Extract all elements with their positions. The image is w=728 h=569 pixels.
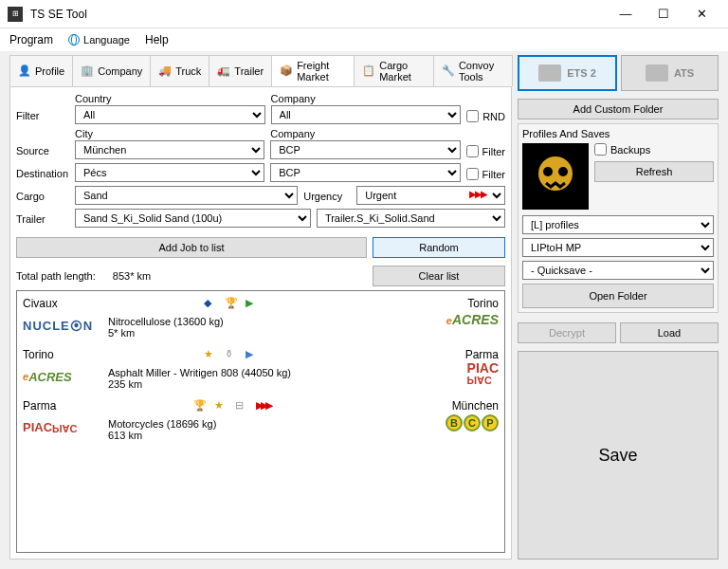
load-button[interactable]: Load	[620, 322, 719, 343]
freight-icon: 📦	[280, 64, 293, 78]
ets2-label: ETS 2	[567, 67, 596, 79]
total-path-label: Total path length:	[16, 270, 96, 282]
trailer-select[interactable]: Sand S_Ki_Solid Sand (100u)	[75, 209, 311, 228]
go-icon: ▶	[246, 297, 261, 312]
job-dest-logo: eACRES	[446, 312, 499, 327]
tab-truck[interactable]: 🚚Truck	[150, 55, 209, 86]
star-icon: ★	[214, 399, 229, 414]
backups-checkbox[interactable]: Backups	[594, 143, 714, 157]
destination-label: Destination	[16, 168, 69, 182]
profiles-header: Profiles And Saves	[522, 128, 714, 139]
menubar: Program Language Help	[0, 28, 728, 51]
ats-label: ATS	[674, 67, 694, 79]
trailer-icon: 🚛	[217, 64, 230, 78]
backups-checkbox-input[interactable]	[594, 143, 607, 156]
job-distance: 235 km	[108, 378, 413, 390]
source-filter-checkbox-input[interactable]	[466, 145, 479, 157]
job-row[interactable]: Torino eACRES ★ ⚱ ▶ Asphalt Miller - Wri…	[23, 348, 499, 390]
job-dest: München	[413, 399, 499, 413]
add-job-button[interactable]: Add Job to list	[16, 237, 367, 258]
urgency-arrows-icon: ▶▶▶	[469, 189, 486, 199]
truck-icon	[646, 64, 668, 82]
filter-country-select[interactable]: All	[75, 105, 265, 124]
freight-market-panel: Filter Country All Company All RND Sourc…	[9, 87, 512, 560]
job-dest: Torino	[413, 297, 499, 310]
ets2-button[interactable]: ETS 2	[518, 55, 617, 91]
total-path-value: 853* km	[113, 270, 151, 282]
cargo-icon: 📋	[362, 64, 375, 78]
filter-label: Filter	[16, 110, 69, 124]
tab-freight-market-label: Freight Market	[297, 60, 346, 83]
source-filter-label: Filter	[482, 146, 505, 157]
profile-folder-select[interactable]: [L] profiles	[522, 215, 714, 234]
trailer-label: Trailer	[16, 213, 69, 228]
company-label: Company	[271, 93, 462, 104]
dest-company-select[interactable]: BCP	[270, 163, 460, 182]
rnd-label: RND	[482, 111, 505, 122]
menu-program[interactable]: Program	[9, 33, 53, 46]
rnd-checkbox-input[interactable]	[466, 110, 479, 122]
profiles-panel: Profiles And Saves Backups Refresh [L] p…	[518, 123, 719, 313]
tab-company-label: Company	[98, 65, 142, 77]
job-distance: 613 km	[108, 430, 413, 441]
job-cargo: Nitrocellulose (13600 kg)	[108, 316, 413, 327]
trophy-icon: 🏆	[225, 297, 240, 312]
job-origin-logo: NUCLE⦿N	[23, 312, 108, 339]
tab-profile-label: Profile	[35, 65, 64, 77]
cargo-label: Cargo	[16, 191, 69, 205]
maximize-button[interactable]: ☐	[645, 1, 682, 28]
arrow-icon: ▶	[246, 348, 261, 363]
random-button[interactable]: Random	[373, 237, 505, 258]
menu-language[interactable]: Language	[68, 34, 130, 46]
source-company-select[interactable]: BCP	[270, 140, 460, 159]
svg-point-1	[543, 167, 553, 176]
minimize-button[interactable]: —	[607, 1, 645, 28]
svg-point-0	[538, 156, 573, 191]
save-name-select[interactable]: - Quicksave -	[522, 261, 714, 280]
close-button[interactable]: ✕	[682, 1, 720, 28]
source-city-select[interactable]: München	[75, 140, 264, 159]
job-row[interactable]: Civaux NUCLE⦿N ◆ 🏆 ▶ Nitrocellulose (136…	[23, 297, 499, 339]
job-dest: Parma	[413, 348, 499, 361]
refresh-button[interactable]: Refresh	[594, 161, 714, 182]
tab-convoy-tools-label: Convoy Tools	[459, 60, 504, 83]
menu-help[interactable]: Help	[145, 33, 169, 46]
tab-company[interactable]: 🏢Company	[72, 55, 151, 86]
weight-icon: ⚱	[225, 348, 240, 363]
ats-button[interactable]: ATS	[621, 55, 719, 91]
decrypt-button[interactable]: Decrypt	[518, 322, 616, 343]
rnd-checkbox[interactable]: RND	[466, 110, 505, 124]
tab-convoy-tools[interactable]: 🔧Convoy Tools	[433, 55, 513, 86]
dest-filter-checkbox-input[interactable]	[466, 168, 479, 180]
dest-filter-checkbox[interactable]: Filter	[466, 168, 505, 182]
urgent-icon: ▶▶▶	[256, 399, 271, 414]
job-list[interactable]: Civaux NUCLE⦿N ◆ 🏆 ▶ Nitrocellulose (136…	[16, 290, 505, 553]
profile-name-select[interactable]: LIPtoH MP	[522, 238, 714, 257]
job-dest-logo: BCP	[446, 414, 499, 431]
job-row[interactable]: Parma PIACPIAC 🏆 ★ ⊟ ▶▶▶ Motorcycles (18…	[23, 399, 499, 441]
urgency-label: Urgency	[303, 191, 351, 205]
user-icon: 👤	[18, 64, 31, 78]
backups-label: Backups	[610, 144, 650, 156]
trailer-def-select[interactable]: Trailer.S_Ki_Solid.Sand	[317, 209, 505, 228]
tab-cargo-market[interactable]: 📋Cargo Market	[354, 55, 434, 86]
dest-city-select[interactable]: Pécs	[75, 163, 264, 182]
building-icon: 🏢	[81, 64, 94, 78]
save-button[interactable]: Save	[518, 351, 719, 560]
fragile-icon: ⊟	[235, 399, 250, 414]
titlebar: ⊞ TS SE Tool — ☐ ✕	[0, 0, 728, 28]
window-title: TS SE Tool	[30, 8, 607, 21]
open-folder-button[interactable]: Open Folder	[522, 284, 714, 308]
job-cargo: Motorcycles (18696 kg)	[108, 418, 413, 430]
clear-list-button[interactable]: Clear list	[373, 266, 505, 286]
add-custom-folder-button[interactable]: Add Custom Folder	[518, 99, 719, 119]
filter-company-select[interactable]: All	[271, 105, 462, 124]
tab-profile[interactable]: 👤Profile	[9, 55, 73, 86]
cargo-select[interactable]: Sand	[75, 186, 298, 205]
profile-avatar	[522, 143, 589, 210]
source-filter-checkbox[interactable]: Filter	[466, 145, 505, 159]
truck-icon	[538, 64, 561, 82]
tab-freight-market[interactable]: 📦Freight Market	[271, 55, 355, 86]
tab-cargo-market-label: Cargo Market	[379, 60, 426, 83]
tab-trailer[interactable]: 🚛Trailer	[209, 55, 272, 86]
